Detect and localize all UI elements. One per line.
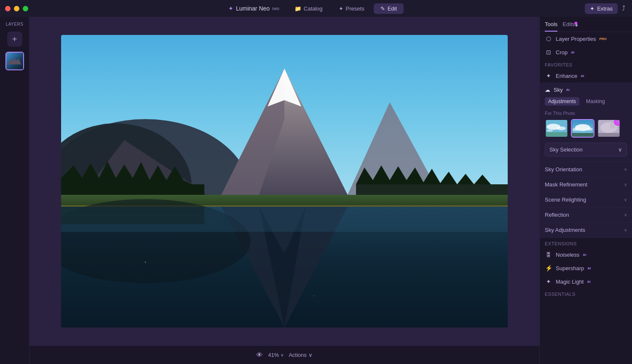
tab-masking[interactable]: Masking	[583, 97, 608, 106]
tab-adjustments[interactable]: Adjustments	[545, 97, 579, 106]
sky-ai-badge: AI	[566, 88, 570, 92]
visibility-toggle[interactable]: 👁	[256, 351, 263, 359]
enhance-item[interactable]: ✦ Enhance AI	[540, 69, 632, 82]
scene-relighting-row[interactable]: Scene Relighting ∨	[540, 192, 632, 207]
sky-thumb-3[interactable]: 🛒	[597, 119, 621, 138]
sky-header[interactable]: ☁ Sky AI	[540, 82, 632, 97]
sky-cloud-icon: ☁	[545, 87, 550, 93]
mask-refinement-row[interactable]: Mask Refinement ∨	[540, 177, 632, 192]
window-controls	[5, 6, 28, 11]
enhance-icon: ✦	[545, 72, 552, 79]
layer-thumb-inner	[6, 53, 23, 69]
essentials-section-label: Essentials	[540, 288, 632, 298]
sky-thumb-1[interactable]	[545, 119, 568, 138]
reflection-label: Reflection	[545, 212, 569, 218]
mask-refinement-chevron: ∨	[624, 182, 627, 187]
layer-properties-item[interactable]: ⬡ Layer Properties PRO	[540, 32, 632, 45]
app-name-text: Luminar Neo	[236, 5, 270, 12]
share-button[interactable]: ⤴	[622, 5, 625, 12]
supersharp-label: Supersharp	[556, 265, 584, 271]
scene-relighting-chevron: ∨	[624, 197, 627, 202]
nav-tabs: 📁 Catalog ✦ Presets ✎ Edit	[288, 3, 404, 14]
sky-adjustments-chevron: ∨	[624, 228, 627, 232]
main-layout: Layers +	[0, 17, 632, 364]
magic-light-icon: ✦	[545, 278, 552, 285]
supersharp-item[interactable]: ⚡ Supersharp AI	[540, 261, 632, 275]
noiseless-label: Noiseless	[556, 252, 579, 258]
canvas-wrapper	[29, 17, 539, 345]
canvas-area: 👁 41% ∨ Actions ∨	[29, 17, 539, 364]
layer-mountain-shape	[8, 56, 21, 64]
sky-adjustments-row[interactable]: Sky Adjustments ∨	[540, 222, 632, 237]
noiseless-item[interactable]: 🎛 Noiseless AI	[540, 248, 632, 261]
actions-chevron-icon: ∨	[308, 352, 313, 358]
favorites-section-label: Favorites	[540, 59, 632, 69]
supersharp-ai-badge: AI	[587, 266, 591, 270]
crop-item[interactable]: ⊡ Crop AI	[540, 45, 632, 59]
sky-orientation-label: Sky Orientation	[545, 166, 582, 173]
sky-thumb-2[interactable]	[571, 119, 595, 138]
svg-point-29	[557, 126, 566, 130]
eye-icon: 👁	[256, 351, 263, 359]
magic-light-label: Magic Light	[556, 279, 584, 285]
presets-icon: ✦	[339, 5, 343, 12]
app-logo: ✦ Luminar Neo neo 📁 Catalog ✦ Presets ✎ …	[228, 3, 404, 14]
noiseless-icon: 🎛	[545, 251, 552, 258]
layer-thumbnail[interactable]	[5, 52, 24, 70]
sky-selection-dropdown[interactable]: Sky Selection ∨	[545, 143, 627, 157]
crop-label: Crop	[556, 49, 568, 56]
app-suffix: neo	[272, 6, 279, 11]
cart-badge: 🛒	[614, 119, 621, 126]
edit-icon: ✎	[380, 5, 385, 12]
app-name: ✦ Luminar Neo neo	[228, 5, 279, 12]
dropdown-chevron-icon: ∨	[618, 146, 622, 153]
close-button[interactable]	[5, 6, 11, 11]
svg-rect-11	[356, 184, 508, 195]
actions-label: Actions	[289, 352, 307, 358]
right-panel: Tools Edits ● ⬡ Layer Properties PRO ⊡ C…	[539, 17, 632, 364]
crop-ai-badge: AI	[571, 50, 574, 54]
landscape-image	[61, 35, 508, 327]
pro-badge: PRO	[599, 37, 606, 41]
tab-edit[interactable]: ✎ Edit	[374, 3, 404, 14]
svg-point-34	[572, 128, 579, 131]
sky-sub-tabs: Adjustments Masking	[540, 97, 632, 109]
titlebar-right: ✦ Extras ⤴	[585, 3, 625, 14]
svg-rect-31	[546, 132, 568, 137]
tab-presets[interactable]: ✦ Presets	[332, 3, 371, 14]
sky-adjustments-label: Sky Adjustments	[545, 227, 585, 233]
sky-selection-label: Sky Selection	[549, 146, 583, 153]
magic-light-item[interactable]: ✦ Magic Light AI	[540, 275, 632, 288]
add-layer-button[interactable]: +	[7, 32, 22, 47]
enhance-label: Enhance	[556, 73, 577, 79]
for-photo-label: For This Photo	[540, 109, 632, 119]
actions-button[interactable]: Actions ∨	[289, 352, 313, 358]
svg-point-30	[546, 130, 553, 132]
extras-icon: ✦	[590, 5, 595, 12]
magic-light-ai-badge: AI	[587, 280, 590, 284]
zoom-control[interactable]: 41% ∨	[268, 352, 284, 358]
plus-icon: +	[12, 35, 17, 44]
crop-icon: ⊡	[545, 49, 552, 56]
maximize-button[interactable]	[23, 6, 28, 11]
left-sidebar: Layers +	[0, 17, 29, 364]
panel-tabs: Tools Edits ●	[540, 17, 632, 32]
extras-button[interactable]: ✦ Extras	[585, 3, 618, 14]
enhance-ai-badge: AI	[581, 74, 584, 78]
extensions-section-label: Extensions	[540, 238, 632, 248]
svg-point-23	[145, 262, 146, 263]
tab-catalog[interactable]: 📁 Catalog	[288, 3, 329, 14]
reflection-row[interactable]: Reflection ∨	[540, 207, 632, 222]
sky-orientation-row[interactable]: Sky Orientation ∨	[540, 162, 632, 177]
minimize-button[interactable]	[14, 6, 19, 11]
sky-thumbs: 🛒	[540, 119, 632, 143]
svg-point-25	[313, 295, 314, 296]
scene-relighting-label: Scene Relighting	[545, 197, 586, 203]
tab-edits[interactable]: Edits ●	[562, 21, 575, 32]
sky-orientation-chevron: ∨	[624, 167, 627, 172]
svg-rect-26	[61, 207, 508, 232]
catalog-icon: 📁	[295, 5, 301, 12]
tab-tools[interactable]: Tools	[545, 21, 557, 32]
svg-point-35	[586, 128, 593, 130]
photo-canvas	[61, 35, 508, 327]
